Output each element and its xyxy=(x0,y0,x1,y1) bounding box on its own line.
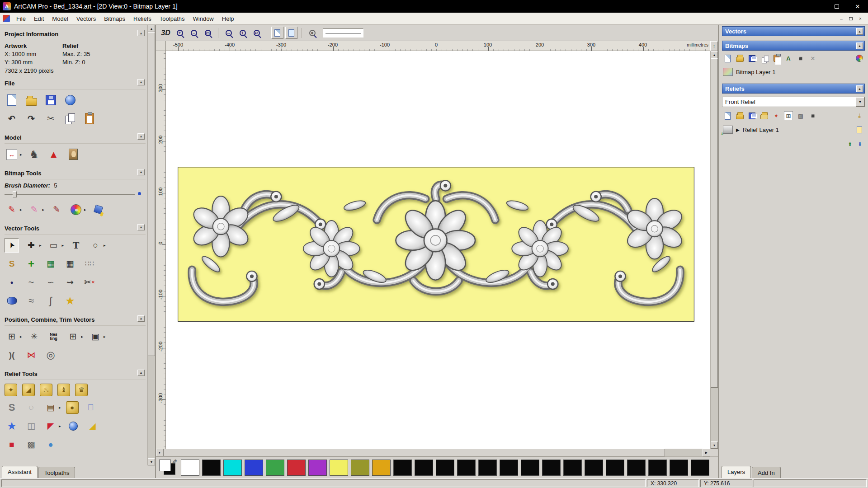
flyout-arrow-icon[interactable]: ▸ xyxy=(81,334,84,339)
rollup-button[interactable]: ▲ xyxy=(137,315,145,322)
ramp-shape-icon[interactable]: ◢ xyxy=(85,419,100,433)
create-point-icon[interactable]: ● xyxy=(5,275,19,290)
flyout-arrow-icon[interactable]: ▸ xyxy=(104,334,106,339)
rollup-button[interactable]: ▲ xyxy=(856,28,863,35)
sphere-shape-icon[interactable]: ● xyxy=(43,437,58,452)
mdi-restore-button[interactable] xyxy=(847,15,855,22)
zoom-1to1-icon[interactable]: 1 xyxy=(236,27,249,39)
open-relief-icon[interactable] xyxy=(735,111,744,120)
block-array-icon[interactable]: ⊞ xyxy=(66,329,80,344)
new-model-icon[interactable] xyxy=(5,93,19,108)
flyout-arrow-icon[interactable]: ▸ xyxy=(39,243,42,248)
relief-layer-name[interactable]: Relief Layer 1 xyxy=(743,127,779,133)
relief-wizard-icon[interactable]: ✦ xyxy=(772,111,781,120)
palette-swatch[interactable] xyxy=(202,460,221,476)
save-model-icon[interactable] xyxy=(43,93,58,108)
delete-bitmap-layer-icon[interactable]: ✕ xyxy=(808,54,817,63)
delete-relief-layer-icon[interactable]: ◾ xyxy=(808,111,817,120)
duplicate-relief-icon[interactable] xyxy=(760,111,769,120)
save-bitmap-icon[interactable] xyxy=(747,54,756,63)
flyout-arrow-icon[interactable]: ▸ xyxy=(20,207,22,212)
sweep-profile-icon[interactable]: ∫ xyxy=(43,294,58,308)
scroll-thumb[interactable] xyxy=(711,58,718,388)
flyout-arrow-icon[interactable]: ▸ xyxy=(84,207,86,212)
slider-thumb[interactable] xyxy=(13,191,17,197)
flyout-arrow-icon[interactable]: ▸ xyxy=(104,243,106,248)
import-model-icon[interactable] xyxy=(63,93,77,108)
palette-swatch[interactable] xyxy=(563,460,582,476)
undo-icon[interactable]: ↶ xyxy=(5,112,19,126)
tab-add-in[interactable]: Add In xyxy=(752,467,781,478)
maximize-button[interactable] xyxy=(826,0,847,13)
preview-relief-icon[interactable]: ■ xyxy=(306,27,318,39)
tab-toolpaths[interactable]: Toolpaths xyxy=(38,467,75,478)
angle-shape-icon[interactable]: ◢ xyxy=(22,384,35,396)
scroll-down-icon[interactable]: ▼ xyxy=(711,441,718,449)
flood-fill-icon[interactable] xyxy=(91,202,106,217)
save-relief-icon[interactable] xyxy=(747,111,756,120)
palette-swatch[interactable] xyxy=(691,460,709,476)
rollup-button[interactable]: ▲ xyxy=(137,133,145,140)
reliefs-header[interactable]: Reliefs ▲ xyxy=(722,84,865,94)
create-polyline-icon[interactable]: ⇝ xyxy=(63,275,77,290)
palette-swatch[interactable] xyxy=(670,460,688,476)
palette-swatch[interactable] xyxy=(223,460,242,476)
envelope-distort-icon[interactable]: ◫ xyxy=(24,419,38,433)
rollup-button[interactable]: ▲ xyxy=(856,85,863,92)
spiral-icon[interactable]: ◎ xyxy=(43,348,58,362)
window-shape-icon[interactable]: ⎕ xyxy=(84,400,98,415)
toggle-bitmap-visibility-icon[interactable] xyxy=(271,27,283,39)
bezier-curve-icon[interactable]: ∽ xyxy=(43,275,58,290)
redo-icon[interactable]: ↷ xyxy=(24,112,38,126)
menu-toolpaths[interactable]: Toolpaths xyxy=(156,13,189,24)
menu-model[interactable]: Model xyxy=(48,13,72,24)
rollup-button[interactable]: ▲ xyxy=(137,169,145,175)
palette-swatch[interactable] xyxy=(457,460,476,476)
transform-vectors-icon[interactable]: ✚ xyxy=(24,238,38,253)
open-model-icon[interactable] xyxy=(24,93,38,108)
scroll-right-icon[interactable]: ▶ xyxy=(703,449,710,456)
mdi-minimize-button[interactable]: – xyxy=(837,15,845,22)
brush-diameter-slider[interactable] xyxy=(5,190,141,199)
relief-select-combo[interactable]: Front Relief ▼ xyxy=(722,97,865,107)
scroll-track[interactable] xyxy=(164,449,703,456)
flyout-arrow-icon[interactable]: ▸ xyxy=(20,334,22,339)
rollup-button[interactable]: ▲ xyxy=(137,224,145,230)
palette-swatch[interactable] xyxy=(478,460,497,476)
zoom-previous-icon[interactable]: ↩ xyxy=(250,27,263,39)
primary-secondary-colour-indicator[interactable]: ✎ xyxy=(158,459,178,477)
palette-swatch[interactable] xyxy=(648,460,667,476)
create-rectangle-icon[interactable]: ▭ xyxy=(47,238,61,253)
tab-assistant[interactable]: Assistant xyxy=(2,466,38,478)
open-bitmap-icon[interactable] xyxy=(735,54,744,63)
fan-shape-icon[interactable]: ◤ xyxy=(43,419,58,433)
turn-relief-icon[interactable]: ♛ xyxy=(75,384,88,396)
load-image-icon[interactable] xyxy=(66,147,80,162)
zoom-in-icon[interactable]: + xyxy=(174,27,186,39)
rollup-button[interactable]: ▲ xyxy=(137,370,145,376)
paste-along-curve-icon[interactable]: ▣ xyxy=(88,329,103,344)
assistant-scrollbar[interactable]: ▲ ▼ xyxy=(147,25,155,465)
rollup-button[interactable]: ▲ xyxy=(856,42,863,49)
expand-layer-icon[interactable]: ▶ xyxy=(736,127,740,132)
vectors-header[interactable]: Vectors ▲ xyxy=(722,26,865,36)
scroll-track[interactable] xyxy=(148,32,155,458)
palette-swatch[interactable] xyxy=(542,460,561,476)
menu-file[interactable]: File xyxy=(12,13,30,24)
extrude-vector-icon[interactable] xyxy=(5,294,19,308)
zoom-out-icon[interactable]: – xyxy=(188,27,200,39)
sculpt-icon[interactable]: ■ xyxy=(5,437,19,452)
zoom-box-icon[interactable]: ▭ xyxy=(202,27,214,39)
tab-layers[interactable]: Layers xyxy=(722,466,751,478)
scale-relief-icon[interactable]: ▩ xyxy=(796,111,805,120)
menu-bitmaps[interactable]: Bitmaps xyxy=(100,13,129,24)
toggle-vector-visibility-icon[interactable] xyxy=(285,27,297,39)
palette-swatch[interactable] xyxy=(308,460,327,476)
slider-track[interactable] xyxy=(5,194,135,195)
extrude-relief-icon[interactable]: ♨ xyxy=(40,384,52,396)
palette-swatch[interactable] xyxy=(436,460,454,476)
palette-swatch[interactable] xyxy=(521,460,539,476)
panel-collapse-icon[interactable]: ▸ xyxy=(156,449,164,456)
paste-icon[interactable] xyxy=(82,112,97,126)
clear-bitmap-icon[interactable]: ◾ xyxy=(796,54,805,63)
